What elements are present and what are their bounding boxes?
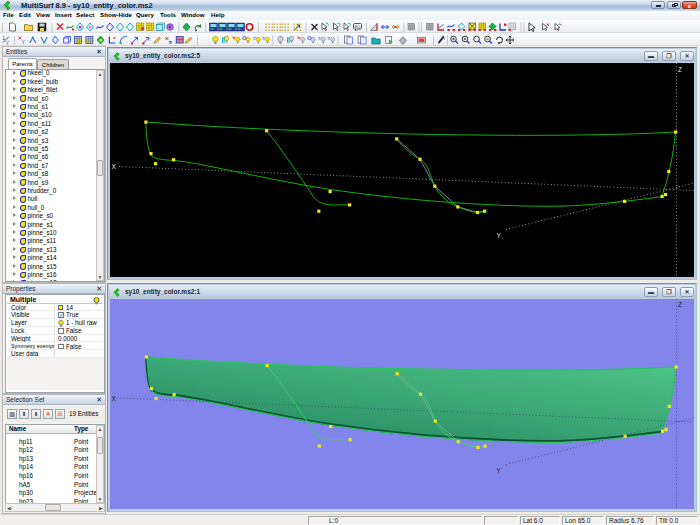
svg-text:Y: Y	[497, 467, 502, 474]
svg-text:Y: Y	[497, 232, 502, 239]
svg-text:Z: Z	[678, 66, 682, 73]
svg-text:X: X	[112, 163, 117, 170]
svg-text:X: X	[112, 395, 117, 402]
svg-text:Z: Z	[678, 301, 682, 308]
